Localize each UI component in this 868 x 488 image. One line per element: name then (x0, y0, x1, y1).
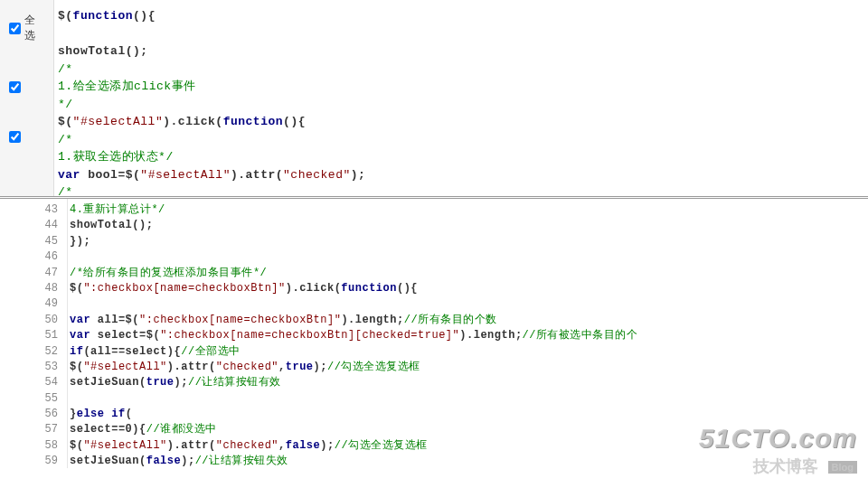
select-all-checkbox[interactable] (9, 23, 21, 34)
sidebar: 全选 (0, 0, 54, 196)
line-number: 51 (0, 328, 67, 343)
line-number: 50 (0, 313, 67, 328)
line-number: 48 (0, 281, 67, 296)
line-number: 58 (0, 438, 67, 454)
line-number: 53 (0, 360, 67, 375)
line-number: 56 (0, 407, 67, 422)
code-top-content: $(function(){ showTotal(); /* 1.给全选添加cli… (58, 7, 864, 196)
line-number: 55 (0, 391, 67, 407)
line-number: 45 (0, 234, 67, 249)
line-number: 46 (0, 249, 67, 265)
code-editor-top[interactable]: $(function(){ showTotal(); /* 1.给全选添加cli… (54, 0, 868, 196)
top-panel: 全选 $(function(){ showTotal(); /* 1.给全选添加… (0, 0, 868, 199)
line-number: 57 (0, 422, 67, 437)
watermark-title: 51CTO.com (699, 423, 857, 454)
select-all-row: 全选 (0, 7, 53, 49)
line-number: 52 (0, 344, 67, 360)
line-number: 44 (0, 218, 67, 233)
item-row-1 (0, 76, 53, 99)
watermark-tag: Blog (828, 461, 857, 474)
watermark-subtitle: 技术博客 Blog (699, 455, 857, 477)
line-number: 59 (0, 454, 67, 468)
select-all-label: 全选 (24, 13, 44, 43)
line-number: 47 (0, 266, 67, 281)
line-number: 54 (0, 375, 67, 390)
line-number-gutter: 4344454647484950515253545556575859606162… (0, 199, 68, 468)
line-number: 43 (0, 202, 67, 218)
item-checkbox-1[interactable] (9, 81, 21, 93)
item-row-2 (0, 126, 53, 148)
line-number: 49 (0, 296, 67, 312)
watermark: 51CTO.com 技术博客 Blog (699, 423, 857, 477)
item-checkbox-2[interactable] (9, 131, 21, 143)
